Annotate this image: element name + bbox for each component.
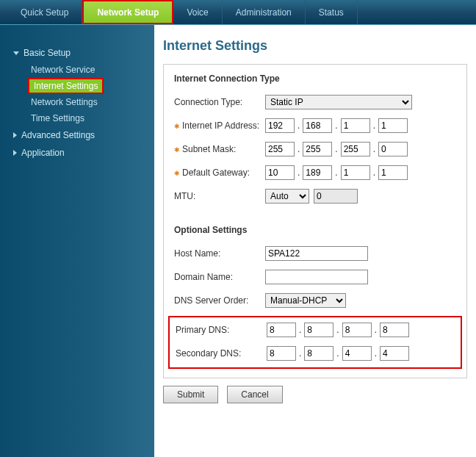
domain-name-input[interactable] bbox=[265, 270, 368, 284]
sidebar-item-label: Basic Setup bbox=[24, 48, 71, 58]
nav-network-setup[interactable]: Network Setup bbox=[82, 0, 173, 24]
mtu-mode-select[interactable]: Auto bbox=[265, 189, 309, 204]
subnet-3[interactable] bbox=[341, 142, 370, 156]
internet-ip-4[interactable] bbox=[378, 118, 408, 133]
nav-status[interactable]: Status bbox=[306, 0, 358, 24]
nav-quick-setup[interactable]: Quick Setup bbox=[7, 0, 82, 24]
secondary-dns-1[interactable] bbox=[267, 346, 296, 361]
sidebar: Basic Setup Network Service Internet Set… bbox=[0, 25, 154, 457]
cancel-button[interactable]: Cancel bbox=[227, 386, 282, 403]
connection-type-select[interactable]: Static IP bbox=[265, 95, 412, 109]
primary-dns-3[interactable] bbox=[342, 323, 372, 337]
section-optional-title: Optional Settings bbox=[174, 225, 456, 235]
sidebar-time-settings[interactable]: Time Settings bbox=[28, 110, 154, 126]
internet-ip-1[interactable] bbox=[265, 118, 295, 133]
label-secondary-dns: Secondary DNS: bbox=[176, 348, 267, 359]
internet-ip-3[interactable] bbox=[341, 118, 370, 133]
settings-panel: Internet Connection Type Connection Type… bbox=[163, 64, 467, 378]
gateway-4[interactable] bbox=[378, 165, 408, 180]
label-dns-order: DNS Server Order: bbox=[174, 295, 265, 306]
primary-dns-2[interactable] bbox=[304, 323, 333, 337]
primary-dns-4[interactable] bbox=[380, 323, 409, 337]
sidebar-network-service[interactable]: Network Service bbox=[28, 62, 154, 78]
mtu-value-input[interactable] bbox=[314, 189, 358, 204]
subnet-1[interactable] bbox=[265, 142, 295, 156]
submit-button[interactable]: Submit bbox=[163, 386, 218, 403]
chevron-down-icon bbox=[13, 51, 19, 55]
subnet-2[interactable] bbox=[303, 142, 332, 156]
nav-voice[interactable]: Voice bbox=[173, 0, 222, 24]
label-domain-name: Domain Name: bbox=[174, 272, 265, 282]
nav-administration[interactable]: Administration bbox=[223, 0, 306, 24]
dns-highlight-box: Primary DNS: . . . Secondary DNS: . . . bbox=[168, 316, 462, 369]
sidebar-basic-setup[interactable]: Basic Setup bbox=[13, 44, 154, 62]
dns-order-select[interactable]: Manual-DHCP bbox=[265, 293, 346, 308]
chevron-right-icon bbox=[13, 150, 17, 156]
internet-ip-2[interactable] bbox=[303, 118, 332, 133]
gateway-1[interactable] bbox=[265, 165, 295, 180]
sidebar-item-label: Application bbox=[21, 148, 65, 158]
host-name-input[interactable] bbox=[265, 246, 368, 261]
content-area: Internet Settings Internet Connection Ty… bbox=[154, 25, 476, 457]
primary-dns-1[interactable] bbox=[267, 323, 296, 337]
sidebar-advanced-settings[interactable]: Advanced Settings bbox=[13, 126, 154, 144]
gateway-2[interactable] bbox=[303, 165, 332, 180]
sidebar-application[interactable]: Application bbox=[13, 144, 154, 162]
label-connection-type: Connection Type: bbox=[174, 97, 265, 107]
subnet-4[interactable] bbox=[378, 142, 408, 156]
secondary-dns-3[interactable] bbox=[342, 346, 372, 361]
gateway-3[interactable] bbox=[341, 165, 370, 180]
sidebar-item-label: Advanced Settings bbox=[21, 130, 95, 140]
sidebar-network-settings[interactable]: Network Settings bbox=[28, 94, 154, 110]
sidebar-internet-settings[interactable]: Internet Settings bbox=[28, 78, 104, 94]
secondary-dns-4[interactable] bbox=[380, 346, 409, 361]
label-primary-dns: Primary DNS: bbox=[176, 325, 267, 335]
page-title: Internet Settings bbox=[163, 38, 467, 54]
chevron-right-icon bbox=[13, 132, 17, 138]
label-internet-ip: Internet IP Address: bbox=[174, 120, 265, 131]
section-connection-title: Internet Connection Type bbox=[174, 73, 456, 84]
secondary-dns-2[interactable] bbox=[304, 346, 333, 361]
top-nav: Quick Setup Network Setup Voice Administ… bbox=[0, 0, 476, 25]
label-default-gateway: Default Gateway: bbox=[174, 168, 265, 178]
label-subnet-mask: Subnet Mask: bbox=[174, 144, 265, 154]
label-host-name: Host Name: bbox=[174, 248, 265, 259]
label-mtu: MTU: bbox=[174, 191, 265, 201]
